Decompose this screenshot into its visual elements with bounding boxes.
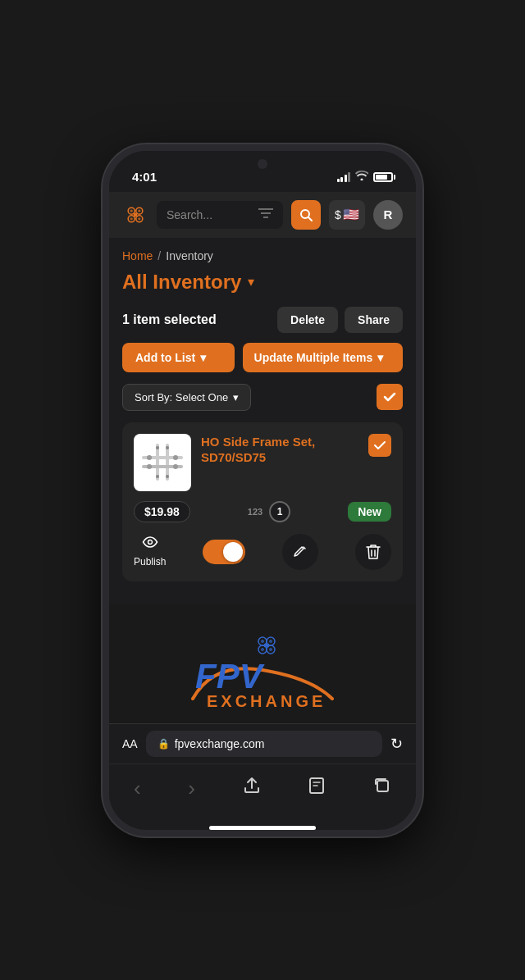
svg-point-44 <box>261 648 264 651</box>
logo-icon[interactable] <box>122 202 148 228</box>
chevron-down-icon: ▾ <box>248 274 254 289</box>
tabs-button[interactable] <box>365 773 399 803</box>
breadcrumb-home[interactable]: Home <box>122 249 153 262</box>
status-icons <box>337 171 394 183</box>
user-initial: R <box>384 207 393 221</box>
item-header: HO Side Frame Set, SD70/SD75 <box>134 434 391 491</box>
svg-point-26 <box>156 446 159 449</box>
sort-bar: Sort By: Select One ▾ <box>122 384 403 411</box>
browser-aa[interactable]: AA <box>122 737 138 750</box>
sort-select[interactable]: Sort By: Select One ▾ <box>122 384 251 411</box>
svg-text:FPV: FPV <box>195 657 265 695</box>
currency-button[interactable]: $ 🇺🇸 <box>329 200 365 230</box>
svg-point-9 <box>130 209 133 212</box>
svg-point-42 <box>261 640 264 643</box>
filter-icon[interactable] <box>258 207 273 222</box>
edit-button[interactable] <box>282 534 318 570</box>
svg-point-27 <box>166 446 169 449</box>
delete-button[interactable]: Delete <box>277 307 338 333</box>
publish-toggle[interactable] <box>203 540 245 564</box>
action-buttons: Add to List ▾ Update Multiple Items ▾ <box>122 343 403 372</box>
search-placeholder: Search... <box>167 208 252 221</box>
share-button[interactable]: Share <box>345 307 403 333</box>
browser-bar: AA 🔒 fpvexchange.com ↻ <box>109 723 416 763</box>
selection-bar: 1 item selected Delete Share <box>122 307 403 333</box>
sku-icon: 123 <box>248 507 262 517</box>
header-nav: Search... $ 🇺🇸 <box>109 192 416 238</box>
home-indicator[interactable] <box>209 826 316 830</box>
item-image <box>134 434 191 491</box>
svg-point-29 <box>166 475 169 478</box>
item-price: $19.98 <box>134 501 190 522</box>
add-to-list-label: Add to List <box>135 351 195 364</box>
forward-button[interactable]: › <box>180 773 203 805</box>
item-name: HO Side Frame Set, SD70/SD75 <box>201 435 315 465</box>
add-to-list-button[interactable]: Add to List ▾ <box>122 343 235 372</box>
item-card: HO Side Frame Set, SD70/SD75 $19.98 123 … <box>122 422 403 581</box>
lock-icon: 🔒 <box>158 738 170 750</box>
item-details: $19.98 123 1 New <box>134 501 391 522</box>
svg-point-41 <box>265 644 268 647</box>
bookmarks-button[interactable] <box>299 773 334 803</box>
currency-symbol: $ <box>335 208 341 221</box>
signal-icon <box>337 172 351 182</box>
svg-rect-49 <box>377 781 388 791</box>
item-actions: Publish <box>134 534 391 570</box>
svg-point-8 <box>134 212 138 217</box>
breadcrumb-current: Inventory <box>166 249 213 262</box>
svg-point-11 <box>130 217 133 220</box>
status-time: 4:01 <box>132 170 157 184</box>
selection-count: 1 item selected <box>122 312 271 327</box>
svg-point-45 <box>269 648 272 651</box>
fpv-exchange-logo: FPV EXCHANGE <box>172 629 353 719</box>
svg-point-28 <box>156 475 159 478</box>
screen: Search... $ 🇺🇸 <box>109 192 416 723</box>
breadcrumb-separator: / <box>158 249 161 262</box>
eye-icon <box>142 536 158 551</box>
new-badge: New <box>348 502 391 522</box>
svg-point-24 <box>147 464 152 469</box>
svg-text:EXCHANGE: EXCHANGE <box>207 692 326 710</box>
share-nav-button[interactable] <box>235 773 269 803</box>
delete-item-button[interactable] <box>355 534 391 570</box>
footer-logo: FPV EXCHANGE © 2023 FPV Exchange, LLC | … <box>109 604 416 723</box>
svg-point-10 <box>138 209 140 212</box>
page-title-container[interactable]: All Inventory ▾ <box>122 271 403 294</box>
user-avatar[interactable]: R <box>373 200 403 230</box>
item-checkbox[interactable] <box>368 434 391 457</box>
breadcrumb: Home / Inventory <box>122 249 403 262</box>
page-content: Home / Inventory All Inventory ▾ 1 item … <box>109 238 416 604</box>
update-multiple-chevron: ▾ <box>377 351 383 364</box>
add-to-list-chevron: ▾ <box>200 351 206 364</box>
svg-point-12 <box>138 217 140 220</box>
qty-badge: 1 <box>269 501 290 522</box>
item-info: HO Side Frame Set, SD70/SD75 <box>201 434 358 466</box>
url-text: fpvexchange.com <box>175 737 265 750</box>
toggle-knob <box>223 542 243 562</box>
publish-label: Publish <box>134 556 166 567</box>
svg-point-23 <box>173 455 178 460</box>
update-multiple-label: Update Multiple Items <box>254 351 373 364</box>
refresh-icon[interactable]: ↻ <box>390 735 403 753</box>
sort-chevron: ▾ <box>233 391 239 403</box>
svg-point-30 <box>148 540 152 544</box>
bottom-nav: ‹ › <box>109 763 416 821</box>
page-title: All Inventory <box>122 271 241 294</box>
update-multiple-button[interactable]: Update Multiple Items ▾ <box>243 343 403 372</box>
back-button[interactable]: ‹ <box>126 773 149 805</box>
search-bar[interactable]: Search... <box>157 201 283 229</box>
battery-icon <box>373 172 393 182</box>
svg-point-25 <box>173 464 178 469</box>
svg-point-22 <box>147 455 152 460</box>
wifi-icon <box>355 171 368 183</box>
item-sku-qty: 123 1 <box>248 501 290 522</box>
publish-section: Publish <box>134 536 166 567</box>
sort-label: Sort By: Select One <box>135 391 228 403</box>
search-button[interactable] <box>291 200 321 230</box>
select-all-checkbox[interactable] <box>377 384 403 410</box>
svg-line-17 <box>308 217 312 221</box>
browser-url-bar[interactable]: 🔒 fpvexchange.com <box>146 731 382 757</box>
svg-point-43 <box>269 640 272 643</box>
